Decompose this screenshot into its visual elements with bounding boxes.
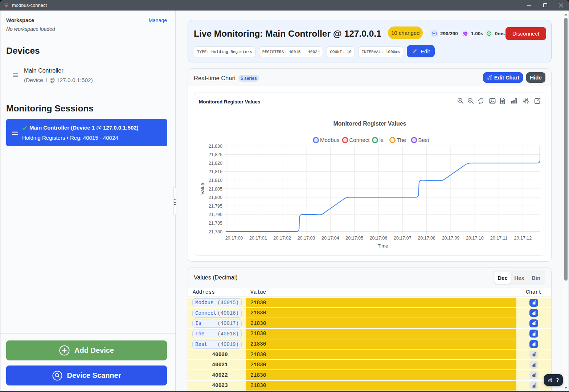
svg-text:21,795: 21,795 bbox=[209, 204, 222, 209]
svg-text:Connect: Connect bbox=[349, 137, 370, 143]
svg-text:20:17:05: 20:17:05 bbox=[345, 236, 363, 241]
svg-text:21,780: 21,780 bbox=[209, 229, 222, 234]
svg-text:20:17:03: 20:17:03 bbox=[298, 236, 315, 241]
svg-text:20:17:07: 20:17:07 bbox=[394, 236, 412, 241]
svg-text:20:17:10: 20:17:10 bbox=[466, 236, 484, 241]
svg-text:21,825: 21,825 bbox=[209, 152, 222, 157]
svg-text:Modbus: Modbus bbox=[320, 137, 339, 143]
svg-text:21,790: 21,790 bbox=[209, 212, 222, 217]
svg-text:Best: Best bbox=[418, 137, 430, 143]
svg-text:Value: Value bbox=[200, 183, 205, 195]
svg-text:21,805: 21,805 bbox=[209, 187, 222, 192]
svg-text:Is: Is bbox=[379, 137, 384, 143]
svg-text:Time: Time bbox=[378, 243, 388, 249]
svg-text:Monitored Register Values: Monitored Register Values bbox=[333, 121, 406, 127]
svg-text:21,820: 21,820 bbox=[209, 161, 222, 166]
svg-text:20:17:00: 20:17:00 bbox=[225, 236, 243, 241]
svg-text:21,785: 21,785 bbox=[209, 221, 222, 226]
svg-text:20:17:08: 20:17:08 bbox=[418, 236, 435, 241]
svg-text:20:17:02: 20:17:02 bbox=[273, 236, 291, 241]
svg-text:21,800: 21,800 bbox=[209, 195, 222, 200]
svg-text:21,810: 21,810 bbox=[209, 178, 222, 183]
svg-text:The: The bbox=[397, 137, 406, 143]
svg-text:20:17:01: 20:17:01 bbox=[249, 236, 267, 241]
svg-text:20:17:12: 20:17:12 bbox=[514, 236, 532, 241]
svg-text:21,815: 21,815 bbox=[209, 169, 222, 174]
svg-text:20:17:04: 20:17:04 bbox=[322, 236, 339, 241]
svg-text:20:17:06: 20:17:06 bbox=[370, 236, 388, 241]
svg-text:20:17:11: 20:17:11 bbox=[490, 236, 508, 241]
svg-text:21,830: 21,830 bbox=[209, 144, 222, 149]
svg-text:20:17:09: 20:17:09 bbox=[442, 236, 460, 241]
